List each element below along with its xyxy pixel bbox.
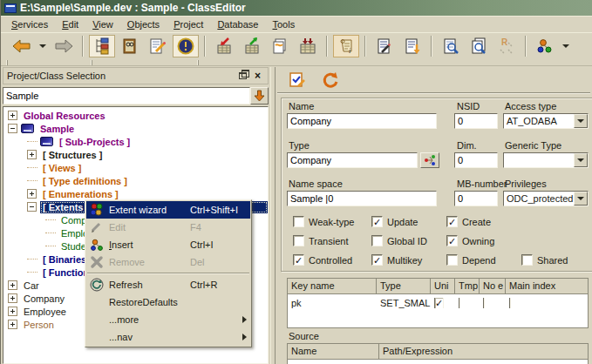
check-out-button[interactable] <box>239 35 265 57</box>
dock-grip[interactable] <box>91 60 92 65</box>
col-main-index[interactable]: Main index <box>506 279 588 293</box>
menu-database[interactable]: Database <box>210 17 265 31</box>
type-picker-button[interactable] <box>420 152 439 168</box>
class-filter-dropdown-button[interactable] <box>250 87 269 104</box>
tree-item-global-resources[interactable]: Global Resources <box>3 109 268 122</box>
access-type-select[interactable]: AT_ODABA <box>503 113 589 129</box>
dim-field[interactable] <box>454 152 498 168</box>
menu-tools[interactable]: Tools <box>265 17 302 31</box>
toolbar-separator <box>525 36 527 57</box>
col-tmp[interactable]: Tmp <box>455 279 480 293</box>
owning-checkbox[interactable]: ✓Owning <box>446 235 494 246</box>
edit-document-button[interactable] <box>145 35 171 57</box>
menu-item-edit[interactable]: Edit F4 <box>86 219 250 236</box>
type-field[interactable] <box>287 152 418 168</box>
load-grid-button[interactable] <box>295 35 321 57</box>
main-index-checkbox[interactable] <box>509 298 511 308</box>
copy-stack-button[interactable] <box>267 35 293 57</box>
expand-icon[interactable] <box>27 150 37 159</box>
find-in-documents-button[interactable] <box>466 35 492 57</box>
key-table-row[interactable]: pk SET_SMAL ✓ <box>288 294 588 311</box>
col-key-name[interactable]: Key name <box>288 279 377 293</box>
dim-label: Dim. <box>457 140 477 151</box>
find-document-button[interactable] <box>438 35 464 57</box>
expand-icon[interactable] <box>8 280 17 290</box>
check-in-button[interactable] <box>211 35 237 57</box>
menu-item-remove[interactable]: Remove Del <box>86 253 250 271</box>
menu-project[interactable]: Project <box>167 17 210 31</box>
dropdown-arrow-icon[interactable] <box>574 114 588 128</box>
save-source-button[interactable] <box>399 35 425 57</box>
nsid-field[interactable] <box>454 113 498 129</box>
back-button[interactable] <box>9 35 35 57</box>
col-source-name[interactable]: Name <box>288 344 379 359</box>
access-type-label: Access type <box>505 101 556 111</box>
menu-objects[interactable]: Objects <box>120 17 167 31</box>
edit-source-button[interactable] <box>371 35 398 57</box>
dock-grip[interactable] <box>6 60 8 65</box>
revert-button[interactable] <box>319 70 342 91</box>
expand-icon[interactable] <box>27 189 37 199</box>
create-checkbox[interactable]: ✓Create <box>446 216 491 227</box>
float-panel-button[interactable] <box>236 70 249 82</box>
forward-button[interactable] <box>51 35 77 57</box>
generic-type-select[interactable] <box>503 152 589 168</box>
insert-options-button[interactable] <box>560 35 572 57</box>
tree-item-views[interactable]: [ Views ] <box>3 161 268 174</box>
menu-item-more[interactable]: ...more <box>86 311 250 328</box>
tmp-checkbox[interactable] <box>459 298 460 308</box>
uni-checkbox[interactable]: ✓ <box>434 298 444 308</box>
shared-checkbox[interactable]: Shared <box>521 254 568 266</box>
update-checkbox[interactable]: ✓Update <box>371 216 418 227</box>
class-editor-button[interactable] <box>173 35 199 57</box>
mb-number-field[interactable] <box>454 191 498 206</box>
documentation-button[interactable] <box>117 35 143 57</box>
col-path-expression[interactable]: Path/Expression <box>379 344 588 359</box>
back-history-button[interactable] <box>37 35 49 57</box>
transient-checkbox[interactable]: Transient <box>293 235 348 246</box>
menu-view[interactable]: View <box>85 17 120 31</box>
expand-icon[interactable] <box>8 320 17 329</box>
controlled-checkbox[interactable]: ✓Controlled <box>293 254 352 266</box>
script-info-button[interactable]: i <box>333 35 359 57</box>
expand-icon[interactable] <box>8 293 17 303</box>
col-type[interactable]: Type <box>377 279 431 293</box>
expand-icon[interactable] <box>8 307 17 316</box>
tree-item-enumerations[interactable]: [ Enumerations ] <box>3 187 268 200</box>
expand-icon[interactable] <box>8 111 17 120</box>
collapse-icon[interactable] <box>27 202 37 212</box>
menu-item-extent-wizard[interactable]: Extent wizard Ctrl+Shift+I <box>86 201 250 219</box>
apply-changes-button[interactable] <box>286 70 309 91</box>
multikey-checkbox[interactable]: ✓Multikey <box>371 254 422 266</box>
menu-item-restore-defaults[interactable]: RestoreDefaults <box>86 293 250 311</box>
weak-type-checkbox[interactable]: Weak-type <box>293 216 354 227</box>
dropdown-arrow-icon[interactable] <box>574 192 588 206</box>
collapse-icon[interactable] <box>8 124 17 133</box>
depend-checkbox[interactable]: Depend <box>446 254 496 266</box>
menu-services[interactable]: Services <box>4 17 55 31</box>
global-id-checkbox[interactable]: Global ID <box>371 235 427 246</box>
name-field[interactable] <box>287 113 437 129</box>
title-bar[interactable]: E:\Sample\Sample.dev : Sample - ClassEdi… <box>1 0 592 17</box>
namespace-field[interactable] <box>287 191 437 206</box>
menu-item-nav[interactable]: ...nav <box>86 328 250 346</box>
close-panel-button[interactable]: × <box>251 70 264 82</box>
class-filter-input[interactable] <box>3 87 250 104</box>
col-uni[interactable]: Uni <box>431 279 455 293</box>
col-no-e[interactable]: No e <box>480 279 506 293</box>
tree-item-structures[interactable]: [ Structures ] <box>3 148 268 161</box>
copy-stack-icon <box>271 37 289 55</box>
menu-edit[interactable]: Edit <box>55 17 85 31</box>
no-e-checkbox[interactable] <box>483 298 485 308</box>
tree-item-sub-projects[interactable]: [ Sub-Projects ] <box>3 135 268 148</box>
dock-grip[interactable] <box>197 60 199 65</box>
tree-item-sample[interactable]: Sample <box>3 122 268 135</box>
reorganize-button[interactable]: R <box>493 35 520 57</box>
menu-item-insert[interactable]: Insert Ctrl+I <box>86 236 250 253</box>
class-tree-button[interactable] <box>89 35 115 57</box>
dropdown-arrow-icon[interactable] <box>574 153 588 167</box>
menu-item-refresh[interactable]: Refresh Ctrl+R <box>86 276 250 293</box>
insert-objects-button[interactable] <box>532 35 558 57</box>
tree-item-type-definitions[interactable]: [ Type definitions ] <box>3 174 268 187</box>
privileges-select[interactable]: ODC_protected <box>503 191 589 206</box>
